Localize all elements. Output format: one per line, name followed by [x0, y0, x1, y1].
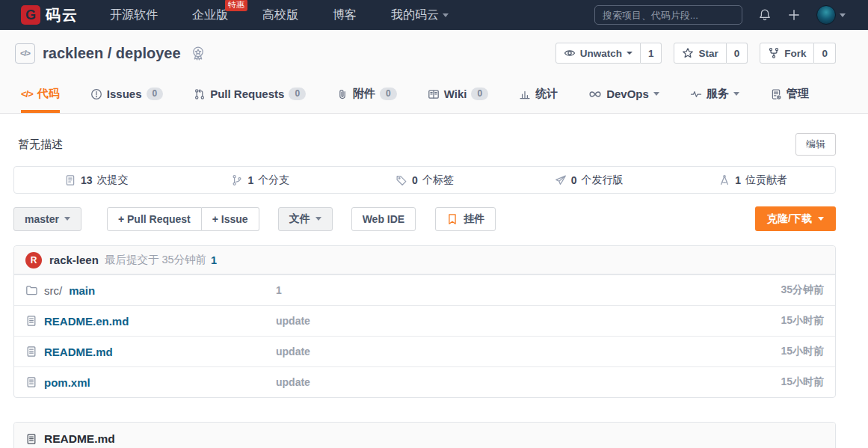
tab-label: DevOps — [606, 88, 649, 100]
nav-item-label: 我的码云 — [391, 7, 439, 23]
tag-icon — [395, 174, 407, 186]
last-commit-row: R rack-leen 最后提交于 35分钟前 1 — [14, 246, 835, 274]
main-content: 暂无描述 编辑 13 次提交 1 个分支 0 个标签 0 个发行版 — [0, 114, 868, 448]
eye-icon — [564, 47, 576, 59]
readme-header: README.md — [14, 423, 835, 448]
tab-pull-requests[interactable]: Pull Requests 0 — [194, 76, 306, 113]
tab-issues[interactable]: Issues 0 — [90, 76, 163, 113]
tab-label: Pull Requests — [210, 88, 284, 100]
widget-button[interactable]: 挂件 — [435, 207, 496, 231]
commit-time: 15小时前 — [781, 314, 824, 328]
stat-branches[interactable]: 1 个分支 — [179, 174, 343, 187]
new-pull-request-button[interactable]: + Pull Request — [107, 207, 202, 231]
nav-item-enterprise[interactable]: 企业版 特惠 — [192, 7, 228, 23]
tab-code[interactable]: </> 代码 — [21, 76, 60, 113]
stat-label: 个分支 — [258, 174, 289, 187]
commit-icon — [64, 174, 76, 186]
tab-services[interactable]: 服务 — [690, 76, 739, 113]
unwatch-button[interactable]: Unwatch — [555, 43, 641, 64]
files-label: 文件 — [289, 212, 310, 226]
file-name-cell: src/ main — [25, 284, 276, 297]
file-link[interactable]: README.md — [44, 346, 113, 358]
nav-menu: 开源软件 企业版 特惠 高校版 博客 我的码云 — [110, 7, 449, 23]
file-link[interactable]: README.en.md — [44, 315, 129, 328]
tab-label: Wiki — [444, 88, 467, 100]
tab-devops[interactable]: DevOps — [588, 76, 659, 113]
commit-message-link[interactable]: update — [276, 376, 781, 388]
watch-group: Unwatch 1 — [555, 43, 662, 64]
search-input[interactable] — [594, 5, 742, 25]
repo-stats-bar: 13 次提交 1 个分支 0 个标签 0 个发行版 1 位贡献者 — [13, 166, 836, 194]
star-icon — [682, 47, 694, 59]
table-row: README.en.md update 15小时前 — [14, 305, 835, 336]
stat-number: 0 — [412, 174, 418, 186]
stat-releases[interactable]: 0 个发行版 — [507, 174, 671, 187]
commit-message-link[interactable]: update — [276, 346, 781, 358]
nav-item-blog[interactable]: 博客 — [333, 7, 357, 23]
branch-selector[interactable]: master — [13, 207, 81, 231]
tab-label: 管理 — [787, 87, 809, 101]
bell-icon[interactable] — [758, 8, 772, 22]
stat-number: 13 — [81, 174, 93, 186]
caret-down-icon — [653, 92, 659, 96]
manage-icon — [770, 88, 782, 100]
pr-issue-group: + Pull Request + Issue — [107, 207, 259, 231]
nav-item-opensource[interactable]: 开源软件 — [110, 7, 158, 23]
new-issue-button[interactable]: + Issue — [202, 207, 259, 231]
navbar-right — [594, 5, 846, 25]
file-name-cell: README.en.md — [25, 315, 276, 328]
tab-wiki[interactable]: Wiki 0 — [428, 76, 488, 113]
commit-count-link[interactable]: 1 — [211, 254, 217, 266]
stat-number: 1 — [247, 174, 253, 186]
top-navbar: G 码云 开源软件 企业版 特惠 高校版 博客 我的码云 — [0, 0, 868, 30]
infinity-icon — [588, 88, 602, 101]
avatar[interactable]: R — [25, 252, 42, 269]
file-name-cell: README.md — [25, 346, 276, 358]
nav-item-label: 企业版 — [192, 7, 228, 23]
caret-down-icon — [443, 13, 449, 17]
pull-requests-count-badge: 0 — [289, 88, 306, 100]
file-table: R rack-leen 最后提交于 35分钟前 1 src/ main 1 35… — [13, 245, 836, 398]
web-ide-button[interactable]: Web IDE — [351, 207, 416, 231]
user-menu[interactable] — [816, 5, 846, 25]
branch-icon — [231, 174, 243, 186]
contributor-icon — [718, 174, 730, 186]
edit-description-button[interactable]: 编辑 — [795, 133, 836, 156]
tab-attachments[interactable]: 附件 0 — [336, 76, 397, 113]
stat-commits[interactable]: 13 次提交 — [14, 174, 179, 187]
chart-icon — [519, 88, 531, 100]
file-link[interactable]: pom.xml — [44, 376, 90, 389]
tab-label: 统计 — [535, 87, 558, 101]
issue-icon — [90, 88, 102, 100]
branch-name: master — [25, 213, 59, 225]
clone-download-button[interactable]: 克隆/下载 — [755, 206, 836, 231]
star-button[interactable]: Star — [674, 43, 726, 64]
rosette-icon[interactable] — [190, 45, 206, 61]
tab-statistics[interactable]: 统计 — [519, 76, 558, 113]
caret-down-icon — [627, 52, 632, 55]
star-count[interactable]: 0 — [727, 43, 748, 64]
commit-message-link[interactable]: 1 — [276, 284, 781, 296]
fork-group: Fork 0 — [760, 43, 836, 64]
nav-item-education[interactable]: 高校版 — [262, 7, 298, 23]
attachments-count-badge: 0 — [380, 88, 397, 100]
fork-button[interactable]: Fork — [760, 43, 814, 64]
stat-contributors[interactable]: 1 位贡献者 — [671, 174, 835, 187]
stat-tags[interactable]: 0 个标签 — [342, 174, 507, 187]
files-dropdown[interactable]: 文件 — [278, 207, 333, 231]
tab-manage[interactable]: 管理 — [770, 76, 809, 113]
nav-item-my-gitee[interactable]: 我的码云 — [391, 7, 449, 23]
watch-count[interactable]: 1 — [641, 43, 662, 64]
release-icon — [555, 174, 567, 186]
star-group: Star 0 — [674, 43, 748, 64]
fork-count[interactable]: 0 — [814, 43, 836, 64]
gitee-logo[interactable]: G 码云 — [21, 5, 79, 25]
repo-title[interactable]: rackleen / deployee — [43, 45, 181, 62]
wiki-count-badge: 0 — [471, 88, 488, 100]
file-icon — [25, 376, 37, 388]
plus-icon[interactable] — [787, 8, 801, 22]
commit-meta: 最后提交于 35分钟前 — [105, 253, 206, 267]
commit-message-link[interactable]: update — [276, 315, 781, 327]
commit-author-link[interactable]: rack-leen — [49, 254, 99, 266]
folder-link[interactable]: main — [69, 284, 95, 297]
